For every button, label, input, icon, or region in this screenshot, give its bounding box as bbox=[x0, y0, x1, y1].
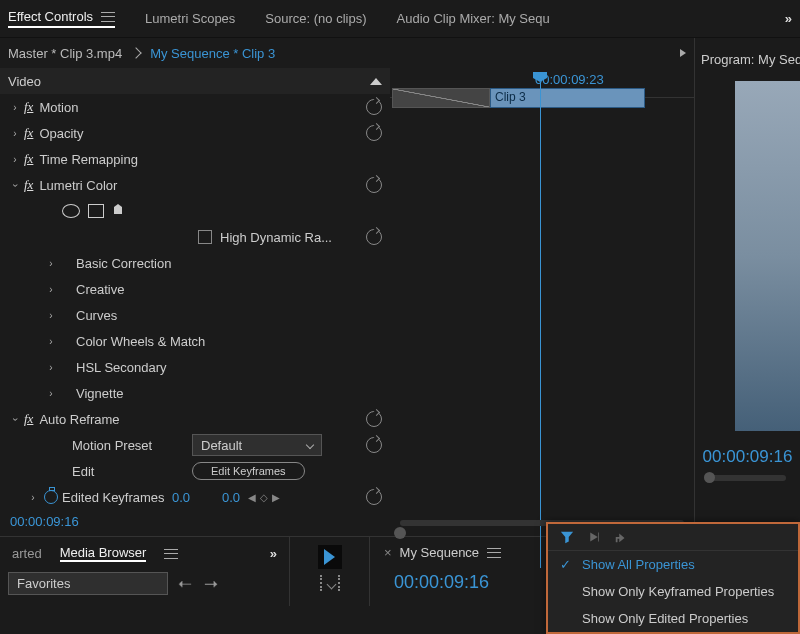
program-timecode[interactable]: 00:00:09:16 bbox=[695, 447, 800, 467]
expand-right-icon[interactable]: › bbox=[8, 128, 22, 139]
transition-bar[interactable] bbox=[392, 88, 490, 108]
effect-time-remapping[interactable]: › fx Time Remapping bbox=[0, 146, 390, 172]
tab-source[interactable]: Source: (no clips) bbox=[265, 11, 366, 26]
tab-effect-controls[interactable]: Effect Controls bbox=[8, 9, 115, 28]
reset-icon[interactable] bbox=[366, 177, 382, 193]
hamburger-icon[interactable] bbox=[101, 12, 115, 22]
fx-icon: fx bbox=[24, 411, 33, 427]
fx-icon: fx bbox=[24, 99, 33, 115]
close-icon[interactable]: × bbox=[384, 545, 392, 560]
share-icon[interactable] bbox=[614, 530, 628, 544]
expand-right-icon[interactable]: › bbox=[44, 362, 58, 373]
tab-audio-mixer[interactable]: Audio Clip Mixer: My Sequ bbox=[397, 11, 550, 26]
keyframe-nav: ◀ ◇ ▶ bbox=[248, 492, 280, 503]
hdr-checkbox[interactable] bbox=[198, 230, 212, 244]
tab-program[interactable]: Program: My Seque bbox=[695, 42, 800, 73]
properties-tree: Video › fx Motion › fx Opacity › bbox=[0, 68, 390, 510]
effect-motion[interactable]: › fx Motion bbox=[0, 94, 390, 120]
keyframe-value-1[interactable]: 0.0 bbox=[172, 490, 222, 505]
expand-right-icon[interactable]: › bbox=[44, 284, 58, 295]
edit-row: Edit Edit Keyframes bbox=[0, 458, 390, 484]
edited-keyframes-row[interactable]: › Edited Keyframes 0.0 0.0 ◀ ◇ ▶ bbox=[0, 484, 390, 510]
play-only-icon[interactable] bbox=[588, 531, 600, 543]
reset-icon[interactable] bbox=[366, 411, 382, 427]
expand-right-icon[interactable]: › bbox=[44, 336, 58, 347]
expand-right-icon[interactable]: › bbox=[8, 154, 22, 165]
add-keyframe-icon[interactable]: ◇ bbox=[260, 492, 268, 503]
footer-timecode[interactable]: 00:00:09:16 bbox=[10, 514, 79, 529]
tab-lumetri-scopes[interactable]: Lumetri Scopes bbox=[145, 11, 235, 26]
expand-right-icon[interactable]: › bbox=[44, 388, 58, 399]
tabs-overflow-icon[interactable]: » bbox=[785, 11, 792, 26]
fx-icon: fx bbox=[24, 151, 33, 167]
tab-label: Effect Controls bbox=[8, 9, 93, 24]
stopwatch-icon[interactable] bbox=[44, 490, 58, 504]
collapse-up-icon[interactable] bbox=[370, 78, 382, 85]
expand-right-icon[interactable]: › bbox=[44, 258, 58, 269]
tab-getting-started[interactable]: arted bbox=[12, 546, 42, 561]
expand-right-icon[interactable]: › bbox=[26, 492, 40, 503]
lumetri-hsl-secondary[interactable]: › HSL Secondary bbox=[0, 354, 390, 380]
prev-keyframe-icon[interactable]: ◀ bbox=[248, 492, 256, 503]
reset-icon[interactable] bbox=[366, 125, 382, 141]
reset-icon[interactable] bbox=[366, 99, 382, 115]
pen-mask-icon[interactable] bbox=[112, 204, 126, 218]
filter-icon[interactable] bbox=[560, 530, 574, 544]
track-select-tool-icon[interactable] bbox=[320, 575, 340, 591]
lumetri-curves[interactable]: › Curves bbox=[0, 302, 390, 328]
edit-keyframes-button[interactable]: Edit Keyframes bbox=[192, 462, 305, 480]
expand-down-icon[interactable]: › bbox=[10, 178, 21, 192]
expand-right-icon[interactable]: › bbox=[44, 310, 58, 321]
expand-right-icon[interactable]: › bbox=[8, 102, 22, 113]
top-tab-bar: Effect Controls Lumetri Scopes Source: (… bbox=[0, 0, 800, 38]
lumetri-vignette[interactable]: › Vignette bbox=[0, 380, 390, 406]
effect-lumetri-color[interactable]: › fx Lumetri Color bbox=[0, 172, 390, 198]
motion-preset-dropdown[interactable]: Default bbox=[192, 434, 322, 456]
next-keyframe-icon[interactable]: ▶ bbox=[272, 492, 280, 503]
fx-icon: fx bbox=[24, 177, 33, 193]
lumetri-creative[interactable]: › Creative bbox=[0, 276, 390, 302]
reset-icon[interactable] bbox=[366, 489, 382, 505]
active-sequence-label[interactable]: My Sequence * Clip 3 bbox=[150, 46, 275, 61]
chevron-down-icon[interactable] bbox=[130, 47, 141, 58]
effect-timeline[interactable]: 00:00:09:23 Clip 3 bbox=[390, 68, 694, 510]
ellipse-mask-icon[interactable] bbox=[62, 204, 80, 218]
tabs-overflow-icon[interactable]: » bbox=[270, 546, 277, 561]
hamburger-icon[interactable] bbox=[487, 548, 501, 558]
hamburger-icon[interactable] bbox=[164, 549, 178, 559]
master-clip-label[interactable]: Master * Clip 3.mp4 bbox=[8, 46, 122, 61]
playhead[interactable] bbox=[533, 72, 547, 568]
effect-auto-reframe[interactable]: › fx Auto Reframe bbox=[0, 406, 390, 432]
sequence-tab[interactable]: My Sequence bbox=[400, 545, 480, 560]
tools-panel bbox=[290, 537, 370, 606]
motion-preset-row: Motion Preset Default bbox=[0, 432, 390, 458]
media-browser-panel: arted Media Browser » Favorites 🠐 🠒 bbox=[0, 537, 290, 606]
playhead-head-icon[interactable] bbox=[533, 72, 547, 82]
fx-icon: fx bbox=[24, 125, 33, 141]
keyframe-value-2[interactable]: 0.0 bbox=[222, 490, 240, 505]
program-scrollbar[interactable] bbox=[709, 475, 786, 481]
zoom-handle-left[interactable] bbox=[394, 527, 406, 539]
clip-bar[interactable]: Clip 3 bbox=[490, 88, 645, 108]
menu-show-keyframed-properties[interactable]: Show Only Keyframed Properties bbox=[548, 578, 798, 605]
video-section-header[interactable]: Video bbox=[0, 68, 390, 94]
menu-show-edited-properties[interactable]: Show Only Edited Properties bbox=[548, 605, 798, 632]
effect-opacity[interactable]: › fx Opacity bbox=[0, 120, 390, 146]
lumetri-basic-correction[interactable]: › Basic Correction bbox=[0, 250, 390, 276]
reset-icon[interactable] bbox=[366, 437, 382, 453]
tab-media-browser[interactable]: Media Browser bbox=[60, 545, 147, 562]
forward-arrow-icon[interactable]: 🠒 bbox=[202, 574, 220, 594]
menu-show-all-properties[interactable]: Show All Properties bbox=[548, 551, 798, 578]
chevron-down-icon bbox=[306, 441, 314, 449]
favorites-dropdown[interactable]: Favorites bbox=[8, 572, 168, 595]
play-icon[interactable] bbox=[680, 49, 686, 57]
back-arrow-icon[interactable]: 🠐 bbox=[176, 574, 194, 594]
filter-properties-menu: Show All Properties Show Only Keyframed … bbox=[546, 522, 800, 634]
selection-tool-icon[interactable] bbox=[318, 545, 342, 569]
rect-mask-icon[interactable] bbox=[88, 204, 104, 218]
expand-down-icon[interactable]: › bbox=[10, 412, 21, 426]
program-preview[interactable] bbox=[735, 81, 800, 431]
hdr-checkbox-row: High Dynamic Ra... bbox=[0, 224, 390, 250]
reset-icon[interactable] bbox=[366, 229, 382, 245]
lumetri-color-wheels[interactable]: › Color Wheels & Match bbox=[0, 328, 390, 354]
